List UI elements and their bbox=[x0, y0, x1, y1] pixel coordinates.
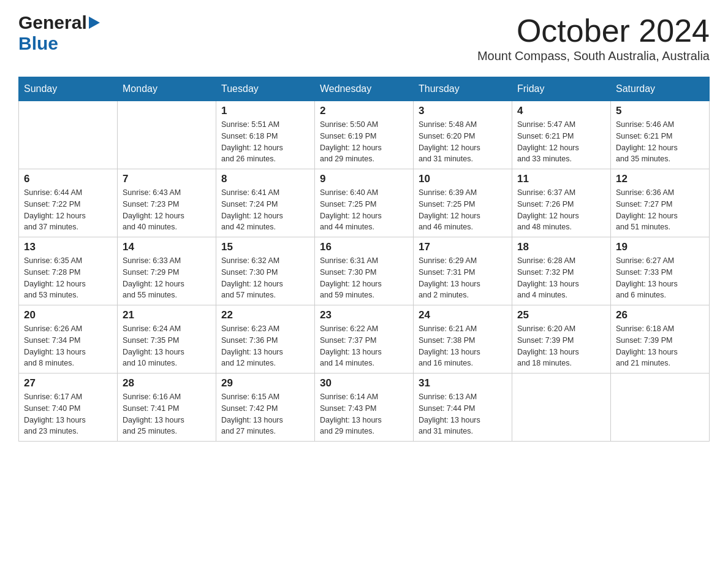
day-info: Sunrise: 6:14 AMSunset: 7:43 PMDaylight:… bbox=[320, 391, 408, 437]
day-number: 8 bbox=[221, 173, 309, 185]
calendar-cell bbox=[611, 373, 710, 442]
day-number: 19 bbox=[616, 241, 704, 253]
day-number: 1 bbox=[221, 105, 309, 117]
calendar-cell: 28Sunrise: 6:16 AMSunset: 7:41 PMDayligh… bbox=[118, 373, 216, 442]
calendar-cell: 13Sunrise: 6:35 AMSunset: 7:28 PMDayligh… bbox=[19, 237, 118, 305]
day-info: Sunrise: 6:13 AMSunset: 7:44 PMDaylight:… bbox=[419, 391, 507, 437]
calendar-week-row: 27Sunrise: 6:17 AMSunset: 7:40 PMDayligh… bbox=[19, 373, 710, 442]
day-number: 30 bbox=[320, 377, 408, 389]
day-number: 26 bbox=[616, 309, 704, 321]
day-info: Sunrise: 6:28 AMSunset: 7:32 PMDaylight:… bbox=[517, 255, 605, 301]
day-info: Sunrise: 6:22 AMSunset: 7:37 PMDaylight:… bbox=[320, 323, 408, 369]
day-info: Sunrise: 6:37 AMSunset: 7:26 PMDaylight:… bbox=[517, 187, 605, 233]
day-info: Sunrise: 6:26 AMSunset: 7:34 PMDaylight:… bbox=[24, 323, 112, 369]
day-info: Sunrise: 6:15 AMSunset: 7:42 PMDaylight:… bbox=[221, 391, 309, 437]
day-info: Sunrise: 5:50 AMSunset: 6:19 PMDaylight:… bbox=[320, 119, 408, 165]
day-info: Sunrise: 6:18 AMSunset: 7:39 PMDaylight:… bbox=[616, 323, 704, 369]
day-number: 21 bbox=[123, 309, 211, 321]
day-info: Sunrise: 6:16 AMSunset: 7:41 PMDaylight:… bbox=[123, 391, 211, 437]
day-info: Sunrise: 6:21 AMSunset: 7:38 PMDaylight:… bbox=[419, 323, 507, 369]
location-title: Mount Compass, South Australia, Australi… bbox=[477, 49, 710, 63]
weekday-header-saturday: Saturday bbox=[611, 77, 710, 101]
day-number: 29 bbox=[221, 377, 309, 389]
day-number: 23 bbox=[320, 309, 408, 321]
day-info: Sunrise: 6:24 AMSunset: 7:35 PMDaylight:… bbox=[123, 323, 211, 369]
day-number: 6 bbox=[24, 173, 112, 185]
calendar-cell: 19Sunrise: 6:27 AMSunset: 7:33 PMDayligh… bbox=[611, 237, 710, 305]
day-info: Sunrise: 6:29 AMSunset: 7:31 PMDaylight:… bbox=[419, 255, 507, 301]
day-info: Sunrise: 6:41 AMSunset: 7:24 PMDaylight:… bbox=[221, 187, 309, 233]
day-number: 3 bbox=[419, 105, 507, 117]
calendar-cell bbox=[118, 101, 216, 169]
day-number: 27 bbox=[24, 377, 112, 389]
day-number: 10 bbox=[419, 173, 507, 185]
calendar-cell: 10Sunrise: 6:39 AMSunset: 7:25 PMDayligh… bbox=[414, 169, 512, 237]
month-title: October 2024 bbox=[477, 12, 710, 49]
weekday-header-sunday: Sunday bbox=[19, 77, 118, 101]
day-number: 18 bbox=[517, 241, 605, 253]
calendar-cell: 22Sunrise: 6:23 AMSunset: 7:36 PMDayligh… bbox=[216, 305, 315, 373]
day-number: 28 bbox=[123, 377, 211, 389]
day-info: Sunrise: 6:40 AMSunset: 7:25 PMDaylight:… bbox=[320, 187, 408, 233]
calendar-week-row: 20Sunrise: 6:26 AMSunset: 7:34 PMDayligh… bbox=[19, 305, 710, 373]
calendar-week-row: 1Sunrise: 5:51 AMSunset: 6:18 PMDaylight… bbox=[19, 101, 710, 169]
svg-marker-0 bbox=[89, 17, 100, 29]
calendar-cell: 29Sunrise: 6:15 AMSunset: 7:42 PMDayligh… bbox=[216, 373, 315, 442]
day-number: 7 bbox=[123, 173, 211, 185]
day-number: 20 bbox=[24, 309, 112, 321]
day-number: 15 bbox=[221, 241, 309, 253]
calendar-cell: 3Sunrise: 5:48 AMSunset: 6:20 PMDaylight… bbox=[414, 101, 512, 169]
day-info: Sunrise: 5:47 AMSunset: 6:21 PMDaylight:… bbox=[517, 119, 605, 165]
calendar-cell bbox=[19, 101, 118, 169]
day-info: Sunrise: 6:36 AMSunset: 7:27 PMDaylight:… bbox=[616, 187, 704, 233]
weekday-header-thursday: Thursday bbox=[414, 77, 512, 101]
calendar-cell: 9Sunrise: 6:40 AMSunset: 7:25 PMDaylight… bbox=[315, 169, 414, 237]
calendar-cell: 23Sunrise: 6:22 AMSunset: 7:37 PMDayligh… bbox=[315, 305, 414, 373]
day-info: Sunrise: 6:33 AMSunset: 7:29 PMDaylight:… bbox=[123, 255, 211, 301]
day-info: Sunrise: 6:44 AMSunset: 7:22 PMDaylight:… bbox=[24, 187, 112, 233]
day-info: Sunrise: 6:35 AMSunset: 7:28 PMDaylight:… bbox=[24, 255, 112, 301]
weekday-header-friday: Friday bbox=[512, 77, 611, 101]
day-number: 17 bbox=[419, 241, 507, 253]
day-info: Sunrise: 6:43 AMSunset: 7:23 PMDaylight:… bbox=[123, 187, 211, 233]
weekday-header-monday: Monday bbox=[118, 77, 216, 101]
calendar-cell: 5Sunrise: 5:46 AMSunset: 6:21 PMDaylight… bbox=[611, 101, 710, 169]
calendar-table: SundayMondayTuesdayWednesdayThursdayFrid… bbox=[18, 77, 710, 442]
weekday-header-tuesday: Tuesday bbox=[216, 77, 315, 101]
day-number: 24 bbox=[419, 309, 507, 321]
day-info: Sunrise: 6:27 AMSunset: 7:33 PMDaylight:… bbox=[616, 255, 704, 301]
day-number: 11 bbox=[517, 173, 605, 185]
logo-general: General bbox=[18, 12, 87, 33]
calendar-cell: 26Sunrise: 6:18 AMSunset: 7:39 PMDayligh… bbox=[611, 305, 710, 373]
calendar-cell: 20Sunrise: 6:26 AMSunset: 7:34 PMDayligh… bbox=[19, 305, 118, 373]
calendar-cell: 6Sunrise: 6:44 AMSunset: 7:22 PMDaylight… bbox=[19, 169, 118, 237]
calendar-cell: 14Sunrise: 6:33 AMSunset: 7:29 PMDayligh… bbox=[118, 237, 216, 305]
calendar-cell: 4Sunrise: 5:47 AMSunset: 6:21 PMDaylight… bbox=[512, 101, 611, 169]
day-number: 4 bbox=[517, 105, 605, 117]
day-info: Sunrise: 6:17 AMSunset: 7:40 PMDaylight:… bbox=[24, 391, 112, 437]
calendar-cell: 18Sunrise: 6:28 AMSunset: 7:32 PMDayligh… bbox=[512, 237, 611, 305]
calendar-cell: 15Sunrise: 6:32 AMSunset: 7:30 PMDayligh… bbox=[216, 237, 315, 305]
title-block: October 2024 Mount Compass, South Austra… bbox=[477, 12, 710, 72]
day-number: 13 bbox=[24, 241, 112, 253]
day-info: Sunrise: 6:20 AMSunset: 7:39 PMDaylight:… bbox=[517, 323, 605, 369]
calendar-cell: 11Sunrise: 6:37 AMSunset: 7:26 PMDayligh… bbox=[512, 169, 611, 237]
day-info: Sunrise: 5:51 AMSunset: 6:18 PMDaylight:… bbox=[221, 119, 309, 165]
day-number: 2 bbox=[320, 105, 408, 117]
calendar-header-row: SundayMondayTuesdayWednesdayThursdayFrid… bbox=[19, 77, 710, 101]
calendar-cell: 27Sunrise: 6:17 AMSunset: 7:40 PMDayligh… bbox=[19, 373, 118, 442]
calendar-cell: 8Sunrise: 6:41 AMSunset: 7:24 PMDaylight… bbox=[216, 169, 315, 237]
day-info: Sunrise: 5:46 AMSunset: 6:21 PMDaylight:… bbox=[616, 119, 704, 165]
calendar-cell: 31Sunrise: 6:13 AMSunset: 7:44 PMDayligh… bbox=[414, 373, 512, 442]
page-header: General Blue October 2024 Mount Compass,… bbox=[18, 12, 710, 72]
day-info: Sunrise: 5:48 AMSunset: 6:20 PMDaylight:… bbox=[419, 119, 507, 165]
calendar-cell bbox=[512, 373, 611, 442]
calendar-week-row: 13Sunrise: 6:35 AMSunset: 7:28 PMDayligh… bbox=[19, 237, 710, 305]
day-number: 25 bbox=[517, 309, 605, 321]
day-number: 31 bbox=[419, 377, 507, 389]
day-info: Sunrise: 6:32 AMSunset: 7:30 PMDaylight:… bbox=[221, 255, 309, 301]
day-number: 12 bbox=[616, 173, 704, 185]
logo: General Blue bbox=[18, 12, 100, 54]
day-number: 9 bbox=[320, 173, 408, 185]
day-info: Sunrise: 6:31 AMSunset: 7:30 PMDaylight:… bbox=[320, 255, 408, 301]
